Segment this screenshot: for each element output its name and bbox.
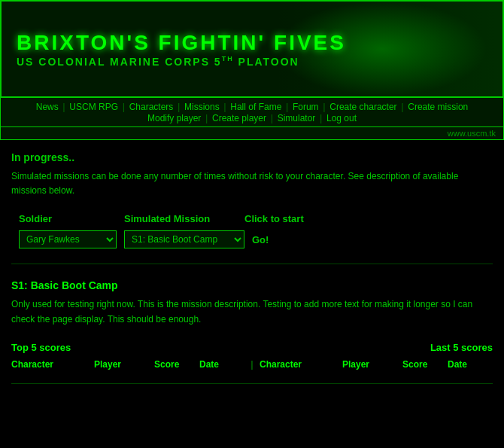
nav-bar: News | USCM RPG | Characters | Missions … [0, 98, 504, 127]
scores-col-headers: Character Player Score Date | Character … [11, 357, 493, 372]
top5-label: Top 5 scores [11, 342, 71, 353]
site-header: BRIXTON'S FIGHTIN' FIVES US COLONIAL MAR… [0, 0, 504, 98]
nav-logout[interactable]: Log out [326, 113, 357, 123]
mission-description: Only used for testing right now. This is… [11, 297, 493, 326]
in-progress-label: In progress.. [11, 151, 493, 163]
sim-controls-row: Gary Fawkes S1: Basic Boot Camp Go! [11, 230, 493, 248]
simulator-form: Soldier Simulated Mission Click to start… [11, 213, 493, 248]
last5-label: Last 5 scores [430, 342, 493, 353]
nav-create-mission[interactable]: Create mission [408, 102, 468, 112]
nav-news[interactable]: News [36, 102, 59, 112]
nav-forum[interactable]: Forum [293, 102, 319, 112]
site-title-line2: US COLONIAL MARINE CORPS 5TH PLATOON [17, 55, 346, 68]
site-title: BRIXTON'S FIGHTIN' FIVES US COLONIAL MAR… [17, 31, 346, 68]
scores-header-row: Top 5 scores Last 5 scores [11, 342, 493, 353]
url-bar: www.uscm.tk [0, 127, 504, 140]
description-text: Simulated missions can be done any numbe… [11, 169, 493, 198]
nav-uscm-rpg[interactable]: USCM RPG [69, 102, 118, 112]
col-header-date-right: Date [448, 359, 493, 370]
col-header-player-left: Player [94, 359, 154, 370]
col-header-character-left: Character [11, 359, 94, 370]
nav-missions[interactable]: Missions [184, 102, 220, 112]
pipe-divider: | [244, 359, 260, 370]
nav-hall-of-fame[interactable]: Hall of Fame [230, 102, 281, 112]
nav-modify-player[interactable]: Modify player [147, 113, 201, 123]
site-title-line1: BRIXTON'S FIGHTIN' FIVES [17, 31, 346, 55]
nav-create-player[interactable]: Create player [212, 113, 266, 123]
start-label: Click to start [244, 213, 335, 224]
main-content: In progress.. Simulated missions can be … [0, 140, 504, 395]
mission-title: S1: Basic Boot Camp [11, 279, 493, 291]
divider-1 [11, 264, 493, 264]
col-header-score-left: Score [154, 359, 199, 370]
nav-characters[interactable]: Characters [129, 102, 174, 112]
nav-simulator[interactable]: Simulator [278, 113, 316, 123]
col-header-score-right: Score [402, 359, 448, 370]
soldier-select[interactable]: Gary Fawkes [19, 230, 117, 248]
nav-create-character[interactable]: Create character [329, 102, 396, 112]
col-header-date-left: Date [199, 359, 244, 370]
sim-label-row: Soldier Simulated Mission Click to start [11, 213, 493, 224]
bottom-divider [11, 383, 493, 384]
col-header-character-right: Character [260, 359, 342, 370]
go-button[interactable]: Go! [252, 234, 269, 245]
mission-select[interactable]: S1: Basic Boot Camp [124, 230, 244, 248]
col-header-player-right: Player [342, 359, 402, 370]
scores-section: Top 5 scores Last 5 scores Character Pla… [11, 342, 493, 372]
soldier-label: Soldier [19, 213, 124, 224]
mission-label: Simulated Mission [124, 213, 244, 224]
